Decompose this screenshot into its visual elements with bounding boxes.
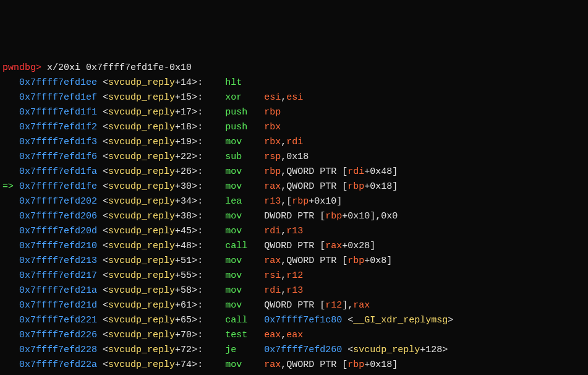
command-line[interactable]: pwndbg> p/x stderr xyxy=(2,373,586,375)
disasm-line: 0x7ffff7efd1ee <svcudp_reply+14>: hlt xyxy=(2,75,586,90)
immediate: 0x48 xyxy=(370,166,392,177)
immediate: 0x10 xyxy=(314,196,336,207)
command-line[interactable]: pwndbg> x/20xi 0x7ffff7efd1fe-0x10 xyxy=(2,61,586,75)
symbol-name: svcudp_reply xyxy=(108,166,175,177)
register: rbp xyxy=(347,360,364,370)
instruction-address: 0x7ffff7efd1ef xyxy=(19,92,97,103)
instruction-address: 0x7ffff7efd1f3 xyxy=(19,137,97,147)
instruction-address: 0x7ffff7efd221 xyxy=(19,315,97,325)
instruction-address: 0x7ffff7efd1f1 xyxy=(19,107,97,118)
instruction-address: 0x7ffff7efd1fa xyxy=(19,166,97,177)
disasm-line: 0x7ffff7efd228 <svcudp_reply+72>: je 0x7… xyxy=(2,343,586,358)
disasm-line: 0x7ffff7efd21a <svcudp_reply+58>: mov rd… xyxy=(2,283,586,298)
symbol-name: svcudp_reply xyxy=(108,315,175,325)
mnemonic: xor xyxy=(225,92,264,103)
mnemonic: mov xyxy=(225,211,264,222)
instruction-address: 0x7ffff7efd210 xyxy=(19,241,97,251)
instruction-address: 0x7ffff7efd21a xyxy=(19,285,97,296)
immediate: 128 xyxy=(425,345,442,355)
instruction-address: 0x7ffff7efd202 xyxy=(19,196,97,207)
register: rax xyxy=(325,241,342,251)
instruction-address: 0x7ffff7efd21d xyxy=(19,300,97,311)
register: rbp xyxy=(264,107,281,118)
mnemonic: hlt xyxy=(225,77,264,88)
register: rdi xyxy=(264,285,281,296)
disasm-line: 0x7ffff7efd226 <svcudp_reply+70>: test e… xyxy=(2,328,586,343)
register: rsp xyxy=(264,152,281,162)
symbol-offset: 14 xyxy=(181,77,192,88)
symbol-name: svcudp_reply xyxy=(108,122,175,132)
register: eax xyxy=(264,330,281,340)
disasm-line: 0x7ffff7efd206 <svcudp_reply+38>: mov DW… xyxy=(2,209,586,224)
register: rdi xyxy=(286,137,303,147)
symbol-offset: 70 xyxy=(181,330,192,340)
symbol-name: svcudp_reply xyxy=(108,107,175,118)
instruction-address: 0x7ffff7efd1ee xyxy=(19,77,97,88)
instruction-address: 0x7ffff7efd1f2 xyxy=(19,122,97,132)
mnemonic: mov xyxy=(225,285,264,296)
disasm-line: 0x7ffff7efd1f6 <svcudp_reply+22>: sub rs… xyxy=(2,150,586,165)
register: rbp xyxy=(325,211,342,222)
symbol-offset: 61 xyxy=(181,300,192,311)
immediate: 0x8 xyxy=(370,256,386,266)
disasm-line: 0x7ffff7efd210 <svcudp_reply+48>: call Q… xyxy=(2,239,586,254)
register: rax xyxy=(264,256,281,266)
symbol-offset: 74 xyxy=(181,360,192,370)
target-address: 0x7ffff7ef1c80 xyxy=(264,315,342,325)
symbol-name: svcudp_reply xyxy=(108,360,175,370)
disasm-line: 0x7ffff7efd1f1 <svcudp_reply+17>: push r… xyxy=(2,105,586,120)
symbol-offset: 17 xyxy=(181,107,192,118)
mnemonic: call xyxy=(225,241,264,251)
register: rbp xyxy=(347,181,364,192)
instruction-address: 0x7ffff7efd217 xyxy=(19,270,97,281)
immediate: 0x18 xyxy=(370,181,392,192)
symbol-name: svcudp_reply xyxy=(108,196,175,207)
symbol-name: svcudp_reply xyxy=(108,137,175,147)
mnemonic: mov xyxy=(225,226,264,236)
symbol-offset: 51 xyxy=(181,256,192,266)
symbol-offset: 72 xyxy=(181,345,192,355)
target-symbol: __GI_xdr_replymsg xyxy=(353,315,448,325)
mnemonic: push xyxy=(225,107,264,118)
register: r13 xyxy=(286,226,303,236)
disasm-line: 0x7ffff7efd20d <svcudp_reply+45>: mov rd… xyxy=(2,224,586,239)
mnemonic: lea xyxy=(225,196,264,207)
mnemonic: push xyxy=(225,122,264,132)
instruction-address: 0x7ffff7efd1fe xyxy=(19,181,97,192)
instruction-address: 0x7ffff7efd226 xyxy=(19,330,97,340)
symbol-offset: 30 xyxy=(181,181,192,192)
disasm-line: 0x7ffff7efd1fa <svcudp_reply+26>: mov rb… xyxy=(2,165,586,179)
instruction-address: 0x7ffff7efd228 xyxy=(19,345,97,355)
mnemonic: mov xyxy=(225,166,264,177)
register: rax xyxy=(353,300,370,311)
target-address: 0x7ffff7efd260 xyxy=(264,345,342,355)
symbol-name: svcudp_reply xyxy=(108,285,175,296)
instruction-address: 0x7ffff7efd213 xyxy=(19,256,97,266)
register: rax xyxy=(264,181,281,192)
symbol-name: svcudp_reply xyxy=(108,256,175,266)
register: rdi xyxy=(347,166,364,177)
symbol-name: svcudp_reply xyxy=(108,152,175,162)
symbol-offset: 22 xyxy=(181,152,192,162)
symbol-name: svcudp_reply xyxy=(108,226,175,236)
symbol-name: svcudp_reply xyxy=(108,211,175,222)
current-instruction-arrow: => xyxy=(2,181,19,192)
symbol-offset: 45 xyxy=(181,226,192,236)
register: r12 xyxy=(286,270,303,281)
mnemonic: mov xyxy=(225,137,264,147)
target-symbol: svcudp_reply xyxy=(353,345,420,355)
register: r12 xyxy=(325,300,342,311)
register: rbp xyxy=(264,166,281,177)
mnemonic: mov xyxy=(225,360,264,370)
disasm-line: 0x7ffff7efd221 <svcudp_reply+65>: call 0… xyxy=(2,313,586,328)
register: eax xyxy=(286,330,303,340)
mnemonic: mov xyxy=(225,181,264,192)
disasm-line: 0x7ffff7efd217 <svcudp_reply+55>: mov rs… xyxy=(2,269,586,283)
mnemonic: je xyxy=(225,345,264,355)
command-text: x/20xi 0x7ffff7efd1fe-0x10 xyxy=(47,62,192,73)
symbol-offset: 38 xyxy=(181,211,192,222)
disasm-line: 0x7ffff7efd1f3 <svcudp_reply+19>: mov rb… xyxy=(2,135,586,150)
symbol-offset: 55 xyxy=(181,270,192,281)
disasm-line: 0x7ffff7efd213 <svcudp_reply+51>: mov ra… xyxy=(2,254,586,269)
register: esi xyxy=(286,92,303,103)
